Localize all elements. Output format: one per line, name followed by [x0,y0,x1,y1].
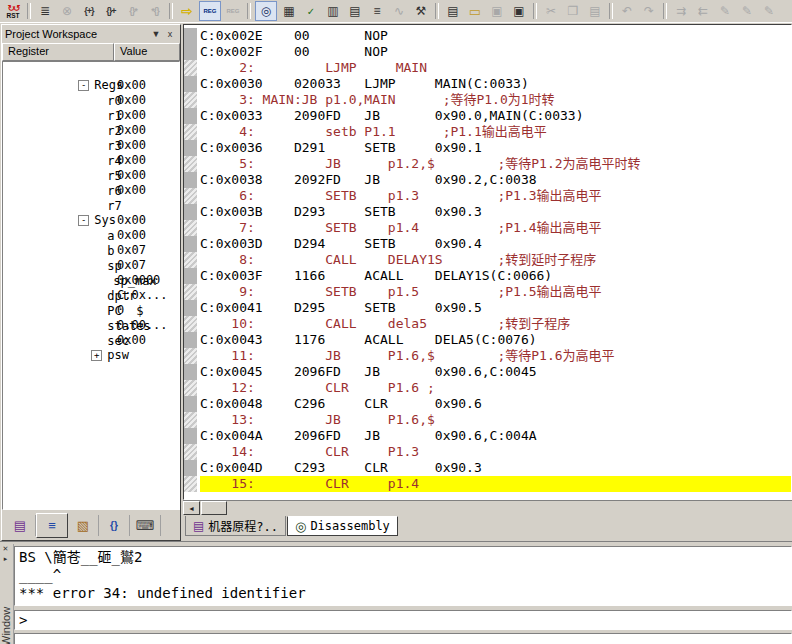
disasm-line[interactable]: C:0x003F 1166 ACALL DELAY1S(C:0066) [184,268,791,284]
disasm-line[interactable]: C:0x004A 2096FD JB 0x90.6,C:004A [184,428,791,444]
step-over-icon[interactable]: {}+ [101,2,121,20]
new-file-icon[interactable]: ▤ [443,2,463,20]
register-row[interactable]: dptr 0x0000 [3,273,179,288]
register-value[interactable]: 0x00 [117,228,146,243]
register-value[interactable]: 0x00 [117,183,146,198]
register-row[interactable]: b 0x00 [3,228,179,243]
disasm-line[interactable]: 13: JB P1.6,$ [184,412,791,428]
performance-analyzer-icon[interactable]: ▥ [323,2,343,20]
code-coverage-icon[interactable]: ✓ [301,2,321,20]
tab-machine-source[interactable]: ▤ 机器原程?.. [185,516,286,536]
register-row[interactable]: r3 0x00 [3,123,179,138]
disasm-line[interactable]: C:0x0041 D295 SETB 0x90.5 [184,300,791,316]
register-value[interactable]: 0x00 [117,138,146,153]
disasm-line[interactable]: C:0x003B D293 SETB 0x90.3 [184,204,791,220]
register-row[interactable]: sec 0.00... [3,318,179,333]
register-row[interactable]: r4 0x00 [3,138,179,153]
disasm-line[interactable]: C:0x0033 2090FD JB 0x90.0,MAIN(C:0033) [184,108,791,124]
disasm-line[interactable]: 11: JB P1.6,$ ;等待P1.6为高电平 [184,348,791,364]
disasm-line[interactable]: C:0x004D C293 CLR 0x90.3 [184,460,791,476]
register-row[interactable]: sp 0x07 [3,243,179,258]
books-tab[interactable]: ▧ [68,515,99,536]
register-row[interactable]: PC $ C:0x... [3,288,179,303]
disasm-line[interactable]: 12: CLR P1.6 ; [184,380,791,396]
register-row[interactable]: sp_max 0x07 [3,258,179,273]
watch-window-icon[interactable]: ▦ [279,2,299,20]
register-column-header[interactable]: Register [2,43,114,61]
dock-close-icon[interactable]: ✕ [0,544,11,554]
register-value[interactable]: C:0x... [117,288,168,303]
register-value[interactable]: 0x00 [117,108,146,123]
workspace-dropdown-icon[interactable]: ▼ [149,28,163,40]
register-value[interactable]: 0x00 [117,78,146,93]
disasm-line[interactable]: 8: CALL DELAY1S ;转到延时子程序 [184,252,791,268]
toolbox-icon[interactable]: ⚒ [411,2,431,20]
register-row[interactable]: r5 0x00 [3,153,179,168]
disasm-line[interactable]: 4: setb P1.1 ;P1.1输出高电平 [184,124,791,140]
templates-tab[interactable]: ⌨ [130,515,161,536]
register-value[interactable]: 0x07 [117,258,146,273]
functions-tab[interactable]: {} [99,515,130,536]
register-value[interactable]: 0x00 [117,93,146,108]
scrollbar-thumb[interactable] [201,501,227,515]
disasm-line[interactable]: 6: SETB p1.3 ;P1.3输出高电平 [184,188,791,204]
disasm-line[interactable]: 2: LJMP MAIN [184,60,791,76]
register-value[interactable]: 0x00 [117,333,146,348]
register-row[interactable]: r0 0x00 [3,78,179,93]
register-row[interactable]: r1 0x00 [3,93,179,108]
tree-expander-icon[interactable]: + [91,350,102,361]
reset-icon[interactable]: RST [3,2,23,20]
command-prompt[interactable]: > [14,610,792,630]
disasm-line[interactable]: C:0x0045 2096FD JB 0x90.6,C:0045 [184,364,791,380]
register-value[interactable]: 0x00 [117,168,146,183]
build-output[interactable]: BS \簡苍__砸_鸑2____^*** error 34: undefined… [14,546,792,606]
register-row[interactable]: -Sys [3,198,179,213]
disasm-line[interactable]: 9: SETB p1.5 ;P1.5输出高电平 [184,284,791,300]
register-row[interactable]: r6 0x00 [3,168,179,183]
register-row[interactable]: r2 0x00 [3,108,179,123]
disasm-line[interactable]: C:0x0043 1176 ACALL DELA5(C:0076) [184,332,791,348]
register-value[interactable]: 0x07 [117,243,146,258]
registers-window-icon[interactable]: REG [199,1,221,21]
serial-window-icon[interactable]: ≡ [367,2,387,20]
files-tab[interactable]: ▤ [5,515,36,536]
value-column-header[interactable]: Value [114,43,180,61]
workspace-close-icon[interactable]: x [163,28,177,40]
register-value[interactable]: 0x00 [117,213,146,228]
disasm-line[interactable]: C:0x0030 020033 LJMP MAIN(C:0033) [184,76,791,92]
memory-window-icon[interactable]: ▤ [345,2,365,20]
view-trace-icon[interactable]: ≣ [35,2,55,20]
disasm-line[interactable]: 3: MAIN:JB p1.0,MAIN ;等待P1.0为1时转 [184,92,791,108]
register-row[interactable]: a 0x00 [3,213,179,228]
disasm-line[interactable]: C:0x0038 2092FD JB 0x90.2,C:0038 [184,172,791,188]
tab-disassembly[interactable]: ◎ Disassembly [287,516,398,536]
scroll-left-icon[interactable]: ◄ [183,501,200,515]
disassembly-window-icon[interactable]: ◎ [255,1,277,21]
disasm-line[interactable]: C:0x0048 C296 CLR 0x90.6 [184,396,791,412]
save-all-icon[interactable]: ▣ [509,2,529,20]
register-value[interactable]: 0x00 [117,123,146,138]
register-row[interactable]: +psw 0x00 [3,333,179,348]
regs-tab[interactable]: ≡ [36,513,68,538]
disasm-line[interactable]: C:0x003D D294 SETB 0x90.4 [184,236,791,252]
disasm-line[interactable]: C:0x002F 00 NOP [184,44,791,60]
disasm-line[interactable]: C:0x002E 00 NOP [184,28,791,44]
step-into-icon[interactable]: {+} [79,2,99,20]
register-value[interactable]: 0x0000 [117,273,160,288]
horizontal-scrollbar[interactable]: ◄ [183,500,792,515]
register-value[interactable]: 0x00 [117,153,146,168]
disasm-line[interactable]: 14: CLR P1.3 [184,444,791,460]
disasm-line[interactable]: 7: SETB p1.4 ;P1.4输出高电平 [184,220,791,236]
show-next-statement-icon[interactable]: ⇨ [177,2,197,20]
disasm-line[interactable]: 5: JB p1.2,$ ;等待P1.2为高电平时转 [184,156,791,172]
disasm-line[interactable]: 10: CALL dela5 ;转到子程序 [184,316,791,332]
disasm-line[interactable]: 15: CLR p1.4 [184,476,791,492]
register-value[interactable]: 0 [117,303,124,318]
register-row[interactable]: r7 0x00 [3,183,179,198]
register-row[interactable]: -Regs [3,63,179,78]
register-row[interactable]: states 0 [3,303,179,318]
disasm-line[interactable]: C:0x0036 D291 SETB 0x90.1 [184,140,791,156]
register-value[interactable]: 0.00... [117,318,168,333]
dock-arrow-icon[interactable]: ▸ [0,554,11,564]
open-file-icon[interactable]: ▭ [465,2,485,20]
